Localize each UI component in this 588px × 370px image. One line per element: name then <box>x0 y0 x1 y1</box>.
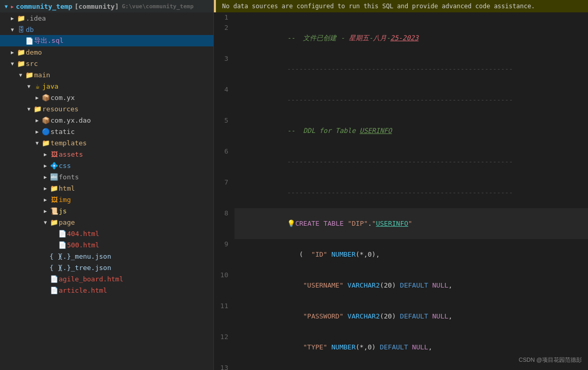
notification-bar: No data sources are configured to run th… <box>214 0 588 12</box>
table-row: 1 <box>214 12 588 23</box>
sidebar-item-tree-json[interactable]: { } {.}_tree.json <box>0 262 213 273</box>
com-yx-icon: 📦 <box>41 94 51 102</box>
main-label: main <box>34 71 209 79</box>
line-content[interactable]: ( "ID" NUMBER(*,0), <box>234 239 588 270</box>
sidebar-item-com-yx-dao[interactable]: ▶ 📦 com.yx.dao <box>0 114 213 126</box>
line-content[interactable]: "PASSWORD" VARCHAR2(20) DEFAULT NULL, <box>234 301 588 332</box>
sidebar-item-templates[interactable]: ▼ 📁 templates <box>0 137 213 148</box>
sidebar-item-com-yx[interactable]: ▶ 📦 com.yx <box>0 92 213 103</box>
file-tree[interactable]: ▼ ▸ community_temp [community] G:\vue\co… <box>0 0 214 370</box>
line-content[interactable]: "TYPE" NUMBER(*,0) DEFAULT NULL, <box>234 332 588 363</box>
table-row: 8 💡CREATE TABLE "DIP"."USERINFO" <box>214 208 588 239</box>
line-content[interactable]: "REMARKS" VARCHAR2(200) DEFAULT NULL <box>234 363 588 370</box>
editor-area: No data sources are configured to run th… <box>214 0 588 370</box>
src-arrow: ▼ <box>8 61 16 66</box>
js-icon: 📜 <box>49 207 59 215</box>
sidebar-item-static[interactable]: ▶ 🔵 static <box>0 126 213 137</box>
sql-icon: 📄 <box>25 37 34 45</box>
sidebar-item-img[interactable]: ▶ 🖼 img <box>0 194 213 205</box>
table-row: 12 "TYPE" NUMBER(*,0) DEFAULT NULL, <box>214 332 588 363</box>
html-arrow: ▶ <box>41 186 49 191</box>
com-yx-label: com.yx <box>51 94 209 102</box>
sidebar-item-idea[interactable]: ▶ 📁 .idea <box>0 12 213 24</box>
line-content[interactable]: ----------------------------------------… <box>234 85 588 115</box>
sidebar-item-css[interactable]: ▶ 💠 css <box>0 160 213 171</box>
db-label: db <box>26 26 209 33</box>
com-yx-dao-icon: 📦 <box>41 116 51 124</box>
src-icon: 📁 <box>16 60 26 68</box>
sql-label: 导出.sql <box>34 36 209 45</box>
line-content[interactable] <box>234 12 588 23</box>
comment-token: -- 文件已创建 - 星期五-八月-25-2023 <box>287 34 418 42</box>
resources-icon: 📁 <box>33 105 42 113</box>
static-arrow: ▶ <box>33 129 41 134</box>
table-row: 2 -- 文件已创建 - 星期五-八月-25-2023 <box>214 23 588 54</box>
editor-table: 1 2 -- 文件已创建 - 星期五-八月-25-2023 3 --------… <box>214 12 588 370</box>
idea-arrow: ▶ <box>8 15 16 21</box>
500-label: 500.html <box>67 241 209 249</box>
line-number: 6 <box>214 146 234 177</box>
line-number: 8 <box>214 208 234 239</box>
page-arrow: ▼ <box>41 220 49 225</box>
code-editor[interactable]: 1 2 -- 文件已创建 - 星期五-八月-25-2023 3 --------… <box>214 12 588 370</box>
sidebar-item-menu-json[interactable]: { } {.}_menu.json <box>0 250 213 262</box>
line-content[interactable]: "USERNAME" VARCHAR2(20) DEFAULT NULL, <box>234 270 588 301</box>
sidebar-item-404[interactable]: 📄 404.html <box>0 228 213 239</box>
demo-icon: 📁 <box>16 48 26 56</box>
line-content[interactable]: ----------------------------------------… <box>234 146 588 177</box>
project-icon: ▸ <box>10 3 14 10</box>
line-content[interactable]: -- 文件已创建 - 星期五-八月-25-2023 <box>234 23 588 54</box>
line-content[interactable]: ----------------------------------------… <box>234 177 588 208</box>
db-icon: 🗄 <box>16 26 26 33</box>
404-label: 404.html <box>67 230 209 238</box>
static-icon: 🔵 <box>41 128 51 136</box>
table-row: 13 "REMARKS" VARCHAR2(200) DEFAULT NULL <box>214 363 588 370</box>
sidebar-item-resources[interactable]: ▼ 📁 resources <box>0 103 213 114</box>
resources-arrow: ▼ <box>25 106 33 112</box>
templates-arrow: ▼ <box>33 140 41 146</box>
demo-arrow: ▶ <box>8 49 16 55</box>
src-label: src <box>26 60 209 68</box>
sidebar-item-html[interactable]: ▶ 📁 html <box>0 182 213 194</box>
resources-label: resources <box>42 105 209 113</box>
line-number: 13 <box>214 363 234 370</box>
sidebar-item-main[interactable]: ▼ 📁 main <box>0 69 213 80</box>
line-content[interactable]: -- DDL for Table USERINFO <box>234 115 588 146</box>
sidebar-item-article[interactable]: 📄 article.html <box>0 284 213 296</box>
fonts-arrow: ▶ <box>41 174 49 180</box>
article-label: article.html <box>59 287 209 294</box>
line-content[interactable]: ----------------------------------------… <box>234 54 588 85</box>
sidebar-item-agile[interactable]: 📄 agile_board.html <box>0 273 213 284</box>
sidebar-item-js[interactable]: ▶ 📜 js <box>0 205 213 216</box>
sidebar-item-assets[interactable]: ▶ 🖼 assets <box>0 148 213 160</box>
img-arrow: ▶ <box>41 197 49 203</box>
sidebar-item-fonts[interactable]: ▶ 🔤 fonts <box>0 171 213 182</box>
line-number: 3 <box>214 54 234 85</box>
line-number: 1 <box>214 12 234 23</box>
css-label: css <box>59 162 209 170</box>
line-number: 4 <box>214 85 234 115</box>
project-arrow: ▼ <box>2 4 10 9</box>
table-row: 11 "PASSWORD" VARCHAR2(20) DEFAULT NULL, <box>214 301 588 332</box>
agile-icon: 📄 <box>49 275 59 283</box>
line-content[interactable]: 💡CREATE TABLE "DIP"."USERINFO" <box>234 208 588 239</box>
java-label: java <box>42 82 209 90</box>
sidebar-item-demo[interactable]: ▶ 📁 demo <box>0 46 213 58</box>
table-row: 5 -- DDL for Table USERINFO <box>214 115 588 146</box>
templates-label: templates <box>51 139 209 147</box>
line-number: 10 <box>214 270 234 301</box>
sidebar-item-db[interactable]: ▼ 🗄 db <box>0 24 213 35</box>
project-path: G:\vue\community_temp <box>122 3 194 10</box>
html-label: html <box>59 184 209 192</box>
js-label: js <box>59 207 209 215</box>
sidebar-item-500[interactable]: 📄 500.html <box>0 239 213 250</box>
sidebar-item-page[interactable]: ▼ 📁 page <box>0 216 213 228</box>
static-label: static <box>51 128 209 136</box>
sidebar-item-sql[interactable]: 📄 导出.sql <box>0 35 213 46</box>
article-icon: 📄 <box>49 287 59 294</box>
java-icon: ☕ <box>33 82 42 90</box>
project-root[interactable]: ▼ ▸ community_temp [community] G:\vue\co… <box>0 0 213 12</box>
sidebar-item-java[interactable]: ▼ ☕ java <box>0 80 213 92</box>
sidebar-item-src[interactable]: ▼ 📁 src <box>0 58 213 69</box>
line-number: 12 <box>214 332 234 363</box>
